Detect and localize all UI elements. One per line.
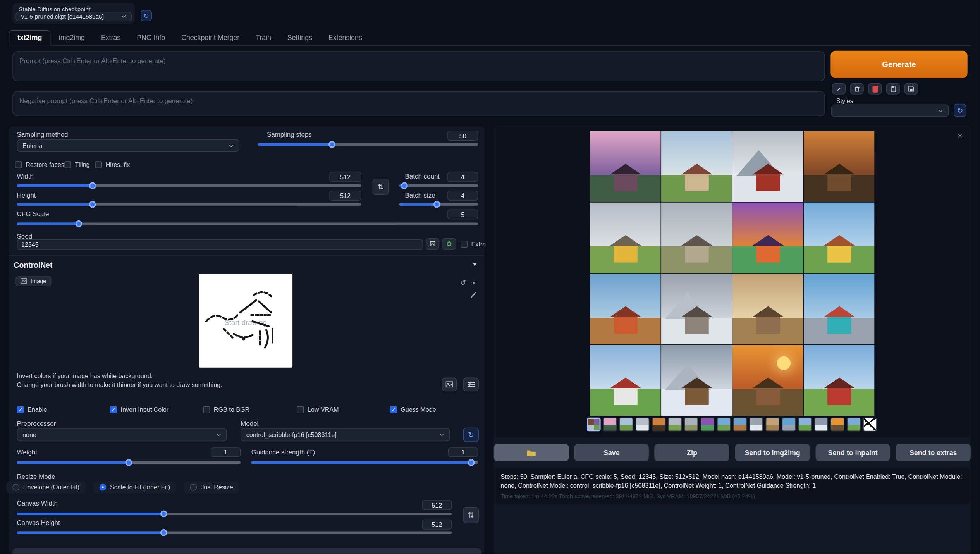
zip-button[interactable]: Zip bbox=[655, 444, 729, 461]
gallery-image[interactable] bbox=[590, 274, 660, 344]
tab-extras[interactable]: Extras bbox=[93, 31, 129, 45]
gallery-image[interactable] bbox=[804, 274, 874, 344]
swap-canvas-dims-button[interactable]: ⇅ bbox=[463, 507, 479, 523]
batch-size-value[interactable]: 4 bbox=[447, 191, 478, 201]
thumbnail[interactable] bbox=[798, 418, 812, 431]
canvas-height-value[interactable]: 512 bbox=[422, 520, 452, 530]
extra-networks-button[interactable] bbox=[868, 83, 882, 95]
close-gallery-icon[interactable]: × bbox=[955, 130, 965, 140]
sampling-method-select[interactable]: Euler a bbox=[17, 139, 239, 152]
thumbnail[interactable] bbox=[668, 418, 682, 431]
controlnet-image-tab[interactable]: Image bbox=[15, 275, 51, 286]
controlnet-accordion-title[interactable]: ControlNet bbox=[14, 261, 52, 270]
resize-envelope-radio[interactable]: Envelope (Outer Fit) bbox=[6, 481, 86, 493]
thumbnail[interactable] bbox=[750, 418, 763, 431]
gallery-image[interactable] bbox=[590, 203, 660, 273]
batch-count-value[interactable]: 4 bbox=[447, 172, 478, 182]
batch-size-slider[interactable] bbox=[399, 203, 478, 205]
thumbnail[interactable] bbox=[766, 418, 779, 431]
random-seed-button[interactable]: ⚄ bbox=[426, 238, 439, 250]
checkpoint-refresh-button[interactable]: ↻ bbox=[141, 10, 152, 21]
brush-settings-button[interactable] bbox=[463, 378, 479, 391]
gallery-image[interactable] bbox=[661, 274, 732, 344]
send-to-extras-button[interactable]: Send to extras bbox=[896, 444, 971, 461]
canvas-width-slider[interactable] bbox=[17, 513, 452, 515]
height-slider[interactable] bbox=[17, 203, 361, 205]
save-button[interactable]: Save bbox=[574, 444, 649, 461]
weight-value[interactable]: 1 bbox=[211, 447, 241, 457]
generate-button[interactable]: Generate bbox=[830, 51, 967, 78]
seed-input[interactable] bbox=[17, 239, 423, 250]
gallery-image[interactable] bbox=[732, 131, 803, 202]
resize-scale-to-fit-radio[interactable]: Scale to Fit (Inner Fit) bbox=[93, 481, 176, 493]
thumbnail[interactable] bbox=[701, 418, 714, 431]
controlnet-canvas[interactable]: Start drawing bbox=[199, 274, 292, 368]
tab-extensions[interactable]: Extensions bbox=[320, 31, 370, 45]
thumbnail[interactable] bbox=[684, 418, 698, 431]
collapsed-section-strip[interactable] bbox=[12, 548, 481, 554]
send-to-img2img-button[interactable]: Send to img2img bbox=[735, 444, 810, 461]
controlnet-model-refresh-button[interactable]: ↻ bbox=[463, 428, 479, 442]
thumbnail[interactable] bbox=[814, 418, 828, 431]
open-folder-button[interactable] bbox=[494, 444, 569, 461]
weight-slider[interactable] bbox=[17, 461, 241, 464]
new-canvas-button[interactable] bbox=[442, 378, 457, 391]
tiling-checkbox[interactable]: Tiling bbox=[64, 161, 89, 168]
thumbnail[interactable] bbox=[830, 418, 844, 431]
gallery-image[interactable] bbox=[732, 274, 803, 344]
tab-png-info[interactable]: PNG Info bbox=[129, 31, 173, 45]
cfg-scale-value[interactable]: 5 bbox=[447, 210, 478, 220]
canvas-height-slider[interactable] bbox=[17, 531, 452, 533]
canvas-width-value[interactable]: 512 bbox=[422, 500, 452, 510]
invert-input-color-checkbox[interactable]: ✓ Invert Input Color bbox=[110, 406, 168, 413]
tab-img2img[interactable]: img2img bbox=[51, 31, 93, 45]
thumbnail[interactable] bbox=[652, 418, 665, 431]
send-to-inpaint-button[interactable]: Send to inpaint bbox=[815, 444, 890, 461]
tab-checkpoint-merger[interactable]: Checkpoint Merger bbox=[173, 31, 248, 45]
prompt-input[interactable] bbox=[12, 51, 825, 81]
seed-extra-checkbox[interactable]: Extra bbox=[461, 241, 486, 248]
styles-refresh-button[interactable]: ↻ bbox=[954, 104, 966, 117]
gallery-image[interactable] bbox=[804, 131, 874, 202]
gallery-image[interactable] bbox=[732, 345, 803, 416]
thumbnail[interactable] bbox=[619, 418, 633, 431]
negative-prompt-input[interactable] bbox=[12, 91, 825, 117]
apply-style-button[interactable] bbox=[886, 83, 900, 95]
accordion-caret-icon[interactable]: ▼ bbox=[472, 261, 477, 267]
restore-faces-checkbox[interactable]: Restore faces bbox=[15, 161, 64, 168]
hires-fix-checkbox[interactable]: Hires. fix bbox=[95, 161, 130, 168]
tab-train[interactable]: Train bbox=[248, 31, 279, 45]
gallery-image[interactable] bbox=[804, 203, 874, 273]
clear-prompt-button[interactable] bbox=[850, 83, 863, 95]
gallery-image[interactable] bbox=[661, 203, 732, 273]
batch-count-slider[interactable] bbox=[399, 184, 478, 187]
undo-icon[interactable]: ↺ bbox=[459, 278, 468, 287]
width-value[interactable]: 512 bbox=[329, 172, 361, 182]
width-slider[interactable] bbox=[17, 184, 361, 187]
thumbnail[interactable] bbox=[603, 418, 617, 431]
low-vram-checkbox[interactable]: Low VRAM bbox=[297, 406, 339, 413]
preprocessor-select[interactable]: none bbox=[17, 428, 227, 441]
swap-width-height-button[interactable]: ⇅ bbox=[373, 179, 389, 195]
thumbnail-grid-selected[interactable] bbox=[587, 418, 600, 431]
cfg-scale-slider[interactable] bbox=[17, 222, 478, 225]
guidance-strength-value[interactable]: 1 bbox=[448, 447, 478, 457]
thumbnail[interactable] bbox=[782, 418, 795, 431]
sampling-steps-value[interactable]: 50 bbox=[447, 131, 478, 141]
paste-params-button[interactable]: ↙ bbox=[832, 83, 846, 95]
controlnet-model-select[interactable]: control_scribble-fp16 [c508311e] bbox=[241, 428, 450, 441]
tab-txt2img[interactable]: txt2img bbox=[9, 30, 51, 45]
sampling-steps-slider[interactable] bbox=[258, 143, 478, 145]
thumbnail[interactable] bbox=[717, 418, 731, 431]
gallery-image[interactable] bbox=[661, 345, 732, 416]
checkpoint-select[interactable]: v1-5-pruned.ckpt [e1441589a6] bbox=[15, 12, 132, 21]
save-style-button[interactable] bbox=[904, 83, 918, 95]
guidance-strength-slider[interactable] bbox=[251, 461, 478, 464]
tab-settings[interactable]: Settings bbox=[279, 31, 320, 45]
gallery-image[interactable] bbox=[590, 131, 660, 202]
gallery-image[interactable] bbox=[732, 203, 803, 273]
guess-mode-checkbox[interactable]: ✓ Guess Mode bbox=[390, 406, 436, 413]
brush-icon[interactable] bbox=[469, 289, 478, 298]
thumbnail[interactable] bbox=[847, 418, 860, 431]
clear-canvas-icon[interactable]: × bbox=[469, 278, 478, 287]
